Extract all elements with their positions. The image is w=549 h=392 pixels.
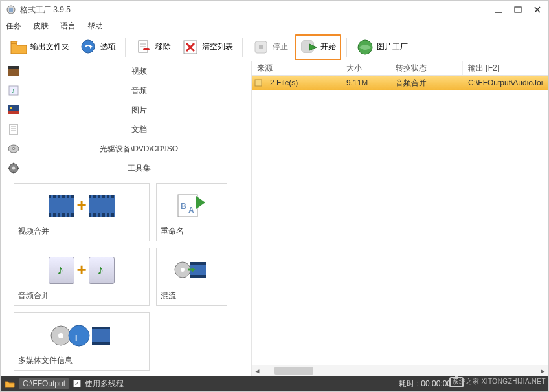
- file-list-body: [252, 90, 548, 365]
- stop-icon: [252, 38, 270, 56]
- scroll-thumb[interactable]: [274, 367, 313, 375]
- clear-x-icon: [181, 38, 199, 56]
- photo-icon: [1, 105, 27, 115]
- menu-help[interactable]: 帮助: [87, 21, 103, 32]
- clear-list-label: 清空列表: [202, 41, 233, 52]
- row-source: 2 File(s): [265, 78, 341, 87]
- maximize-button[interactable]: [512, 4, 524, 16]
- tool-mux[interactable]: 混流: [156, 248, 227, 306]
- options-button[interactable]: 选项: [76, 36, 120, 59]
- svg-rect-21: [8, 66, 19, 69]
- remove-label: 移除: [155, 41, 171, 52]
- folder-icon: [10, 38, 28, 56]
- col-source[interactable]: 来源: [252, 61, 341, 75]
- menu-language[interactable]: 语言: [60, 21, 76, 32]
- tool-video-join[interactable]: + 视频合并: [14, 183, 150, 241]
- col-size[interactable]: 大小: [341, 61, 390, 75]
- window-controls: [493, 4, 543, 16]
- svg-point-44: [181, 268, 185, 272]
- start-play-icon: [300, 38, 318, 56]
- stop-label: 停止: [273, 41, 288, 52]
- svg-rect-47: [190, 275, 206, 278]
- svg-rect-20: [8, 68, 19, 76]
- options-label: 选项: [100, 41, 116, 52]
- document-icon: [1, 124, 27, 135]
- scroll-left-arrow[interactable]: ◄: [252, 365, 263, 376]
- stop-button[interactable]: 停止: [248, 36, 292, 59]
- menu-task[interactable]: 任务: [6, 21, 21, 32]
- svg-text:i: i: [75, 334, 77, 343]
- app-icon: [6, 5, 16, 15]
- svg-rect-16: [259, 45, 263, 49]
- category-document[interactable]: 文档: [1, 120, 251, 139]
- category-disc[interactable]: 光驱设备\DVD\CD\ISO: [1, 139, 251, 158]
- svg-point-51: [69, 325, 89, 346]
- category-video-label: 视频: [27, 66, 251, 77]
- tool-audio-join[interactable]: + 音频合并: [14, 248, 150, 306]
- tool-rename-label: 重命名: [161, 223, 223, 237]
- category-image-label: 图片: [27, 105, 251, 116]
- globe-arrow-icon: [80, 38, 98, 56]
- category-audio[interactable]: ♪ 音频: [1, 81, 251, 100]
- category-disc-label: 光驱设备\DVD\CD\ISO: [27, 144, 251, 155]
- app-title: 格式工厂 3.9.5: [20, 5, 493, 16]
- tool-video-join-label: 视频合并: [18, 223, 145, 237]
- remove-doc-icon: [135, 38, 153, 56]
- toolbar: 输出文件夹 选项 移除 清空列表 停止 开始 图片工厂: [1, 33, 548, 61]
- titlebar: 格式工厂 3.9.5: [1, 1, 548, 19]
- left-pane: 视频 ♪ 音频 图片 文档 光驱设备\DVD\CD\ISO 工具集 + 视频合并: [1, 61, 252, 376]
- start-button[interactable]: 开始: [295, 34, 341, 60]
- column-header: 来源 大小 转换状态 输出 [F2]: [252, 61, 548, 76]
- menu-skin[interactable]: 皮肤: [33, 21, 49, 32]
- svg-rect-26: [8, 111, 19, 114]
- tool-audio-join-label: 音频合并: [18, 288, 145, 301]
- output-folder-label: 输出文件夹: [30, 41, 69, 52]
- file-row[interactable]: 2 File(s) 9.11M 音频合并 C:\FFOutput\AudioJo…: [252, 76, 548, 90]
- svg-point-32: [12, 148, 15, 150]
- row-file-icon: [252, 78, 265, 87]
- svg-rect-54: [92, 327, 110, 329]
- horizontal-scrollbar[interactable]: ◄ ►: [252, 365, 548, 376]
- main: 视频 ♪ 音频 图片 文档 光驱设备\DVD\CD\ISO 工具集 + 视频合并: [1, 61, 548, 376]
- svg-point-35: [13, 163, 15, 165]
- tool-media-info[interactable]: i 多媒体文件信息: [14, 312, 150, 371]
- music-note-icon: ♪: [1, 85, 27, 96]
- category-toolkit-label: 工具集: [27, 163, 251, 174]
- toolbar-separator: [242, 38, 243, 57]
- col-output[interactable]: 输出 [F2]: [463, 61, 548, 75]
- svg-point-37: [8, 168, 10, 169]
- toolbar-separator: [125, 38, 126, 57]
- right-pane: 来源 大小 转换状态 输出 [F2] 2 File(s) 9.11M 音频合并 …: [252, 61, 548, 376]
- svg-rect-53: [92, 327, 110, 345]
- status-folder-icon[interactable]: [5, 379, 15, 388]
- svg-rect-27: [10, 124, 17, 135]
- svg-rect-3: [515, 7, 521, 12]
- multithread-checkbox[interactable]: ✓: [73, 380, 81, 387]
- start-label: 开始: [320, 41, 336, 52]
- remove-button[interactable]: 移除: [131, 36, 175, 59]
- svg-point-38: [17, 168, 19, 169]
- statusbar: C:\FFOutput ✓ 使用多线程 耗时 : 00:00:00 系统之家 X…: [1, 376, 548, 391]
- category-image[interactable]: 图片: [1, 100, 251, 120]
- svg-text:A: A: [188, 206, 194, 215]
- category-video[interactable]: 视频: [1, 61, 251, 81]
- svg-rect-46: [190, 262, 206, 265]
- row-state: 音频合并: [390, 78, 463, 89]
- globe-green-icon: [356, 38, 374, 56]
- clear-list-button[interactable]: 清空列表: [177, 36, 237, 59]
- svg-rect-55: [92, 342, 110, 345]
- output-folder-button[interactable]: 输出文件夹: [6, 36, 73, 59]
- category-toolkit[interactable]: 工具集: [1, 158, 251, 178]
- gear-film-icon: [1, 162, 27, 175]
- output-path[interactable]: C:\FFOutput: [19, 378, 69, 389]
- minimize-button[interactable]: [493, 4, 504, 16]
- picture-factory-label: 图片工厂: [377, 41, 408, 52]
- picture-factory-button[interactable]: 图片工厂: [352, 36, 412, 59]
- col-state[interactable]: 转换状态: [390, 61, 463, 75]
- tool-media-info-label: 多媒体文件信息: [18, 353, 145, 366]
- close-button[interactable]: [532, 4, 543, 16]
- category-document-label: 文档: [27, 124, 251, 135]
- tool-rename[interactable]: BA 重命名: [156, 183, 227, 241]
- scroll-right-arrow[interactable]: ►: [537, 365, 548, 376]
- svg-text:♪: ♪: [11, 86, 15, 95]
